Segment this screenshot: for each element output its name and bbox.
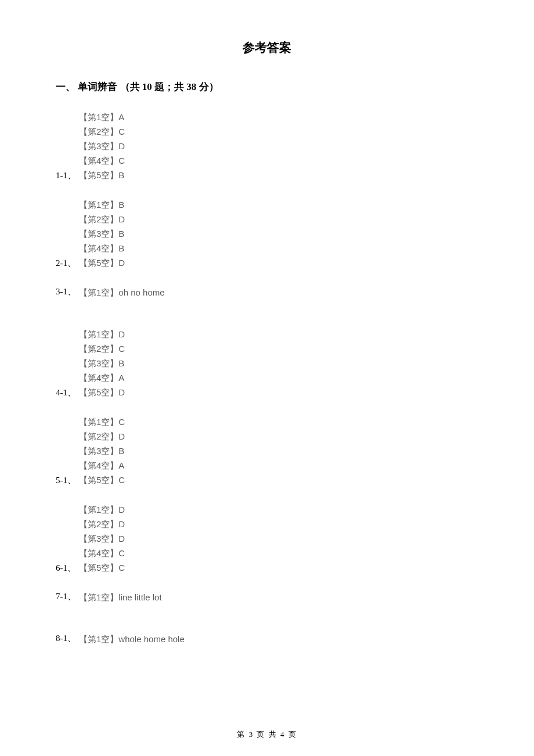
group-label: 7-1、: [56, 591, 76, 602]
answer-item: 【第1空】D: [79, 328, 478, 340]
answer-item: 【第1空】D: [79, 503, 478, 516]
answer-group-5: 【第1空】C 【第2空】D 【第3空】B 【第4空】A 【第5空】C 5-1、: [56, 416, 478, 486]
answer-item: 【第2空】C: [79, 343, 478, 355]
answer-item: 【第1空】oh no home: [79, 286, 478, 298]
page-title: 参考答案: [56, 39, 478, 56]
group-label: 6-1、: [56, 563, 76, 574]
group-label: 4-1、: [56, 387, 76, 398]
answer-rows: 【第1空】whole home hole: [56, 633, 478, 645]
answer-item: 【第3空】D: [79, 140, 478, 152]
answer-item: 【第5空】D: [79, 257, 478, 269]
answer-item: 【第2空】C: [79, 125, 478, 138]
page-footer: 第 3 页 共 4 页: [0, 729, 534, 740]
group-label: 1-1、: [56, 170, 76, 181]
answer-item: 【第2空】D: [79, 430, 478, 442]
answer-item: 【第5空】D: [79, 386, 478, 398]
answer-item: 【第5空】C: [79, 474, 478, 486]
answer-rows: 【第1空】D 【第2空】D 【第3空】D 【第4空】C 【第5空】C: [56, 503, 478, 574]
answer-item: 【第3空】B: [79, 445, 478, 457]
answer-group-4: 【第1空】D 【第2空】C 【第3空】B 【第4空】A 【第5空】D 4-1、: [56, 328, 478, 398]
answer-item: 【第1空】A: [79, 111, 478, 123]
answer-item: 【第1空】B: [79, 199, 478, 211]
answer-item: 【第1空】C: [79, 416, 478, 428]
answer-item: 【第1空】whole home hole: [79, 633, 478, 645]
answer-group-7: 【第1空】line little lot 7-1、: [56, 591, 478, 604]
answer-group-3: 【第1空】oh no home 3-1、: [56, 286, 478, 299]
group-label: 5-1、: [56, 475, 76, 486]
answer-item: 【第4空】A: [79, 372, 478, 384]
group-label: 3-1、: [56, 286, 76, 297]
answer-item: 【第5空】C: [79, 561, 478, 574]
answer-item: 【第4空】C: [79, 154, 478, 167]
answer-rows: 【第1空】line little lot: [56, 591, 478, 603]
document-page: 参考答案 一、 单词辨音 （共 10 题；共 38 分） 【第1空】A 【第2空…: [0, 0, 534, 646]
group-label: 8-1、: [56, 633, 76, 644]
answer-rows: 【第1空】D 【第2空】C 【第3空】B 【第4空】A 【第5空】D: [56, 328, 478, 398]
answer-item: 【第1空】line little lot: [79, 591, 478, 603]
answer-rows: 【第1空】B 【第2空】D 【第3空】B 【第4空】B 【第5空】D: [56, 199, 478, 269]
answer-item: 【第4空】A: [79, 459, 478, 471]
answer-item: 【第4空】B: [79, 242, 478, 254]
answer-item: 【第3空】B: [79, 228, 478, 240]
answer-item: 【第3空】D: [79, 532, 478, 545]
answer-item: 【第2空】D: [79, 518, 478, 530]
answer-item: 【第2空】D: [79, 213, 478, 225]
answer-group-2: 【第1空】B 【第2空】D 【第3空】B 【第4空】B 【第5空】D 2-1、: [56, 199, 478, 269]
answer-group-8: 【第1空】whole home hole 8-1、: [56, 633, 478, 646]
answer-rows: 【第1空】A 【第2空】C 【第3空】D 【第4空】C 【第5空】B: [56, 111, 478, 181]
answer-group-1: 【第1空】A 【第2空】C 【第3空】D 【第4空】C 【第5空】B 1-1、: [56, 111, 478, 181]
section-header: 一、 单词辨音 （共 10 题；共 38 分）: [56, 80, 478, 93]
answer-item: 【第5空】B: [79, 169, 478, 181]
group-label: 2-1、: [56, 258, 76, 269]
answer-group-6: 【第1空】D 【第2空】D 【第3空】D 【第4空】C 【第5空】C 6-1、: [56, 503, 478, 574]
answer-rows: 【第1空】C 【第2空】D 【第3空】B 【第4空】A 【第5空】C: [56, 416, 478, 486]
answer-rows: 【第1空】oh no home: [56, 286, 478, 298]
answer-item: 【第3空】B: [79, 357, 478, 369]
answer-item: 【第4空】C: [79, 547, 478, 559]
